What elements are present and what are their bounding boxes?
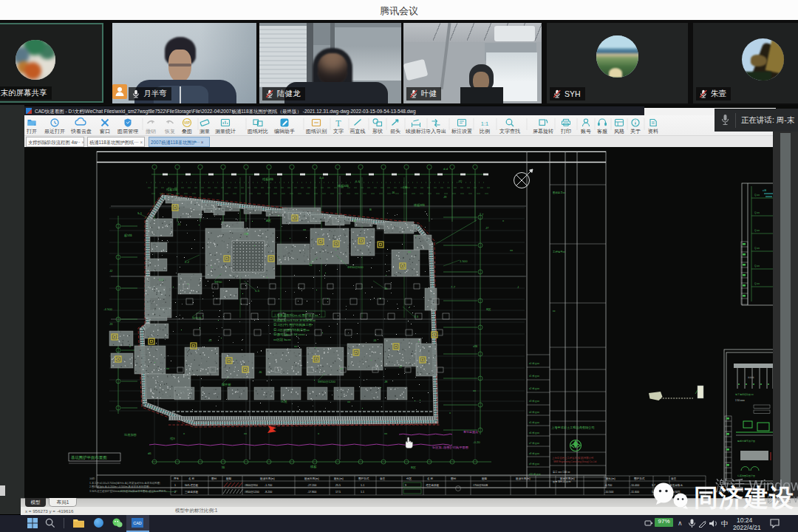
- svg-text:xx: xx: [244, 432, 248, 435]
- svg-text:桩顶标高(m): 桩顶标高(m): [515, 477, 531, 480]
- svg-text:名 称: 名 称: [427, 477, 434, 480]
- svg-text:2-2: 2-2: [185, 260, 190, 264]
- svg-text:-6.700: -6.700: [604, 484, 612, 487]
- svg-text:测量统计: 测量统计: [215, 129, 236, 134]
- svg-text:Q-xx: Q-xx: [754, 211, 760, 214]
- svg-text:⑤(配筋) h=-0.34 xxxx: ⑤(配筋) h=-0.34 xxxx: [273, 332, 305, 336]
- svg-text:J7: J7: [399, 365, 403, 369]
- svg-text:4-4: 4-4: [319, 176, 324, 180]
- svg-text:J2: J2: [109, 269, 113, 273]
- svg-text:J9: J9: [443, 195, 447, 199]
- svg-text:快看云盘: 快看云盘: [70, 129, 92, 134]
- svg-text:续接标注: 续接标注: [406, 128, 426, 134]
- svg-text:B区: B区: [411, 466, 417, 469]
- svg-text:x浦: x浦: [763, 189, 767, 192]
- svg-text:J7: J7: [485, 226, 489, 230]
- svg-text:T: T: [335, 118, 341, 129]
- svg-text:桩长(m): 桩长(m): [605, 477, 615, 480]
- svg-text:箭头: 箭头: [390, 129, 400, 134]
- svg-text:-27.200: -27.200: [307, 484, 316, 487]
- svg-text:J①: J①: [458, 180, 463, 183]
- svg-text:#850@1200: #850@1200: [245, 491, 259, 494]
- svg-text:基坑监测点: 基坑监测点: [463, 430, 478, 434]
- svg-text:17.5: 17.5: [335, 491, 341, 494]
- svg-text:Φ850@600: Φ850@600: [347, 265, 364, 269]
- svg-text:J6: J6: [259, 370, 262, 374]
- svg-text:图纸识别: 图纸识别: [306, 129, 327, 134]
- svg-text:x: x: [318, 432, 320, 435]
- svg-text:1.500: 1.500: [460, 259, 468, 263]
- svg-text:x: x: [449, 411, 451, 415]
- svg-text:坑底标高≈±3.70X 开挖深度xx: 坑底标高≈±3.70X 开挖深度xx: [273, 318, 316, 323]
- svg-text:-17.800: -17.800: [307, 491, 316, 494]
- svg-text:资料: 资料: [648, 129, 658, 134]
- svg-text:2: 2: [174, 491, 176, 494]
- svg-text:地下连续墙剖面 xx: 地下连续墙剖面 xx: [734, 393, 754, 396]
- svg-text:1.本工程±0.00=3.700m(绝对标高),环梁顶相对标: 1.本工程±0.00=3.700m(绝对标高),环梁顶相对标高详见结构图;: [89, 481, 160, 485]
- svg-text:⑤-1区(中) 围护结构施工图: ⑤-1区(中) 围护结构施工图: [273, 323, 312, 327]
- svg-text:灌注搅拌桩: 灌注搅拌桩: [426, 483, 439, 487]
- svg-text:搅拌桩: 搅拌桩: [222, 383, 231, 386]
- svg-text:-0.20: -0.20: [473, 440, 480, 444]
- svg-text:图纸目录xx: 图纸目录xx: [553, 191, 565, 194]
- svg-text:说明:: 说明:: [89, 477, 95, 480]
- svg-text:风格: 风格: [614, 129, 624, 134]
- svg-text:围护形式: 围护形式: [358, 477, 369, 480]
- svg-text:J1: J1: [177, 222, 181, 226]
- svg-text:x轴: x轴: [473, 344, 477, 348]
- svg-text:x1 修改xx: x1 修改xx: [529, 375, 539, 378]
- svg-text:坑底加固: 坑底加固: [123, 433, 137, 437]
- svg-text:6-6: 6-6: [355, 180, 361, 183]
- svg-text:关于: 关于: [630, 128, 641, 134]
- svg-text:J3: J3: [109, 322, 113, 326]
- svg-text:VIP: VIP: [184, 120, 191, 125]
- svg-text:x8 修改xx: x8 修改xx: [529, 452, 539, 455]
- svg-text:SEW Engineering Consulting (Gr: SEW Engineering Consulting (Group) Co.,L…: [553, 460, 597, 463]
- svg-text:打印: 打印: [560, 129, 571, 134]
- svg-text:比例: 比例: [480, 129, 490, 134]
- svg-text:x2 修改xx: x2 修改xx: [529, 387, 539, 390]
- svg-text:xx区段 b=xx: xx区段 b=xx: [273, 338, 292, 341]
- svg-text:上海氯惠医院(xx-x) 围护设计xx: 上海氯惠医院(xx-x) 围护设计xx: [273, 313, 318, 317]
- svg-text:1-1: 1-1: [361, 484, 364, 487]
- svg-text:xx: xx: [347, 400, 351, 403]
- svg-text:B: B: [369, 208, 372, 211]
- svg-text:Q-xx: Q-xx: [754, 282, 760, 285]
- svg-text:桩长(m): 桩长(m): [333, 477, 344, 480]
- svg-text:测量: 测量: [200, 129, 210, 134]
- svg-text:7-7: 7-7: [451, 285, 456, 289]
- svg-text:x: x: [502, 219, 505, 222]
- svg-text:-10.500: -10.500: [604, 491, 613, 494]
- svg-text:Φ850: Φ850: [214, 280, 222, 284]
- svg-text:编辑助手: 编辑助手: [274, 129, 295, 134]
- svg-text:Q-xx: Q-xx: [754, 265, 760, 267]
- svg-text:续标: 续标: [310, 465, 317, 469]
- svg-text:x3 修改xx: x3 修改xx: [529, 400, 539, 403]
- svg-text:J: J: [517, 285, 519, 289]
- svg-text:图号 WH-01 比例: 图号 WH-01 比例: [553, 480, 570, 483]
- svg-text:Q-xx: Q-xx: [754, 247, 760, 250]
- svg-text:分区: 分区: [406, 477, 412, 480]
- svg-text:审定 xxx 日期 xx: 审定 xxx 日期 xx: [553, 471, 570, 474]
- svg-text:维9: 维9: [170, 437, 175, 440]
- svg-text:围护形式: 围护形式: [634, 477, 645, 480]
- svg-text:恢复: 恢复: [164, 129, 175, 134]
- svg-text:#700@900B: #700@900B: [473, 484, 488, 487]
- svg-text:基坑围护平面布置图: 基坑围护平面布置图: [71, 455, 107, 460]
- svg-text:J8: J8: [384, 380, 388, 383]
- svg-text:Q-xx: Q-xx: [754, 194, 760, 197]
- svg-text:坑中坑: 坑中坑: [191, 316, 202, 320]
- svg-text:3-3: 3-3: [414, 315, 419, 318]
- svg-text:桩顶标高(m): 桩顶标高(m): [259, 477, 275, 480]
- svg-text:x5 修改xx: x5 修改xx: [529, 421, 539, 424]
- svg-text:xx: xx: [553, 310, 556, 313]
- svg-text:Q-xx: Q-xx: [754, 229, 760, 232]
- svg-text:名 称: 名 称: [188, 477, 195, 480]
- svg-text:文字查找: 文字查找: [499, 128, 520, 134]
- svg-text:打开: 打开: [26, 129, 37, 134]
- svg-text:维标4轴: 维标4轴: [262, 177, 273, 182]
- svg-text:8区: 8区: [486, 307, 491, 311]
- svg-text:1.1: 1.1: [361, 491, 364, 494]
- svg-text:J6: J6: [392, 191, 395, 194]
- svg-text:文字: 文字: [333, 128, 344, 134]
